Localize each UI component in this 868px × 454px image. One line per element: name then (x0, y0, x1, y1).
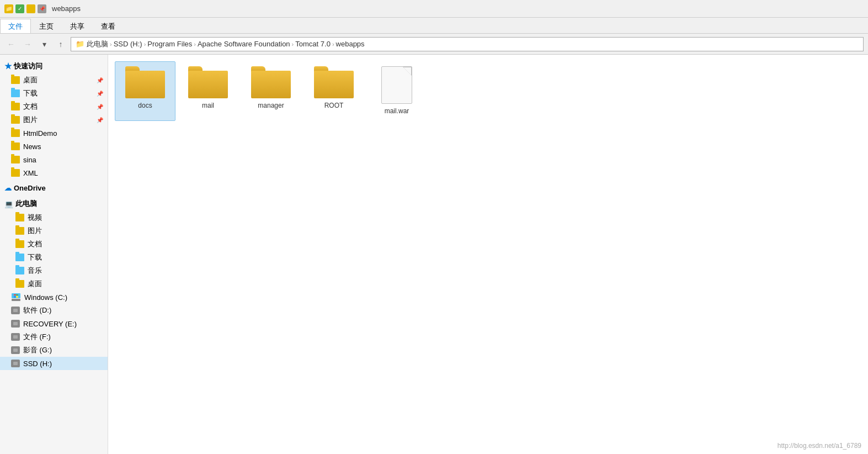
file-item-root[interactable]: ROOT (303, 61, 364, 121)
sidebar-item-label: 影音 (G:) (23, 345, 52, 355)
tab-view[interactable]: 查看 (93, 19, 124, 33)
file-label: mail (202, 102, 214, 110)
sidebar-item-drive-h[interactable]: SSD (H:) (0, 357, 108, 370)
folder-icon (11, 169, 20, 177)
sidebar-item-label: sina (23, 156, 36, 164)
onedrive-label: OneDrive (14, 184, 46, 192)
folder-icon-large (314, 66, 354, 98)
sidebar-item-pictures2[interactable]: 图片 (0, 224, 108, 237)
sidebar-item-label: 图片 (28, 226, 42, 236)
sidebar-item-label: 下载 (28, 252, 42, 262)
content-area: docs mail manager ROOT (108, 55, 868, 454)
nav-dropdown-button[interactable]: ▾ (38, 38, 51, 51)
sidebar-item-news[interactable]: News (0, 140, 108, 153)
folder-icon (11, 116, 20, 124)
address-path[interactable]: 📁 此电脑 › SSD (H:) › Program Files › Apach… (71, 37, 864, 51)
sidebar-item-drive-e[interactable]: RECOVERY (E:) (0, 317, 108, 330)
sidebar-item-drive-f[interactable]: 文件 (F:) (0, 330, 108, 344)
sidebar-item-documents[interactable]: 文档 📌 (0, 100, 108, 113)
tab-file[interactable]: 文件 (0, 19, 31, 33)
sidebar-item-drive-d[interactable]: 软件 (D:) (0, 304, 108, 317)
folder-icon (15, 280, 24, 288)
sidebar-item-label: 下载 (23, 88, 38, 98)
file-item-mail-war[interactable]: mail.war (366, 61, 427, 121)
file-label: manager (258, 102, 284, 110)
onedrive-header[interactable]: ☁ OneDrive (0, 182, 108, 194)
sidebar-item-windows-c[interactable]: Windows (C:) (0, 291, 108, 304)
path-folder-icon: 📁 (76, 40, 84, 48)
sidebar-item-label: 文档 (28, 239, 42, 249)
tab-share[interactable]: 共享 (62, 19, 93, 33)
sidebar-item-label: Windows (C:) (24, 293, 67, 302)
nav-up-button[interactable]: ↑ (54, 38, 67, 51)
folder-icon (11, 89, 20, 97)
folder-color-icon (26, 4, 35, 13)
folder-icon (15, 254, 24, 261)
file-label: docs (138, 102, 152, 110)
path-segment-1[interactable]: SSD (H:) (114, 40, 142, 48)
title-bar-icons: 📁 ✓ 📌 (4, 4, 46, 13)
sidebar-item-label: 桌面 (23, 75, 38, 85)
sidebar-item-label: News (23, 142, 41, 151)
ribbon-tabs: 文件 主页 共享 查看 (0, 18, 868, 33)
sidebar-item-label: SSD (H:) (23, 360, 52, 368)
folder-icon (15, 240, 24, 248)
onedrive-cloud-icon: ☁ (4, 184, 12, 192)
sidebar-item-xml[interactable]: XML (0, 166, 108, 180)
sidebar-item-download[interactable]: 下载 📌 (0, 87, 108, 100)
sidebar-item-label: 文件 (F:) (23, 332, 51, 342)
file-item-mail[interactable]: mail (178, 61, 238, 121)
sidebar-item-drive-g[interactable]: 影音 (G:) (0, 344, 108, 357)
this-pc-header[interactable]: 💻 此电脑 (0, 197, 108, 211)
pin-icon: 📌 (38, 4, 46, 13)
window-icon: 📁 (4, 4, 13, 13)
path-segment-3[interactable]: Apache Software Foundation (198, 40, 290, 48)
drive-icon (11, 333, 20, 341)
title-bar: 📁 ✓ 📌 webapps (0, 0, 868, 18)
file-icon-large (381, 66, 412, 104)
file-label: mail.war (385, 107, 409, 116)
folder-icon (11, 129, 20, 137)
folder-icon (11, 156, 20, 163)
sidebar-item-label: RECOVERY (E:) (23, 320, 77, 328)
sidebar-item-desktop2[interactable]: 桌面 (0, 277, 108, 291)
quick-access-label: 快速访问 (14, 61, 42, 71)
sidebar-item-label: 桌面 (28, 279, 42, 289)
address-bar: ← → ▾ ↑ 📁 此电脑 › SSD (H:) › Program Files… (0, 34, 868, 55)
file-item-docs[interactable]: docs (115, 61, 175, 121)
folder-icon (11, 142, 20, 150)
file-item-manager[interactable]: manager (241, 61, 301, 121)
sidebar-item-download2[interactable]: 下载 (0, 251, 108, 264)
ribbon: 文件 主页 共享 查看 (0, 18, 868, 34)
nav-forward-button[interactable]: → (21, 38, 34, 51)
folder-icon (11, 103, 20, 110)
path-segment-0[interactable]: 此电脑 (87, 39, 108, 49)
sidebar-item-pictures[interactable]: 图片 📌 (0, 113, 108, 126)
sidebar-item-sina[interactable]: sina (0, 153, 108, 166)
folder-icon-large (188, 66, 228, 98)
sidebar-item-music[interactable]: 音乐 (0, 264, 108, 277)
drive-icon (11, 307, 20, 314)
sidebar-item-documents2[interactable]: 文档 (0, 237, 108, 251)
main-layout: ★ 快速访问 桌面 📌 下载 📌 文档 📌 图片 📌 HtmlDemo (0, 55, 868, 454)
folder-icon (15, 214, 24, 221)
nav-back-button[interactable]: ← (4, 38, 18, 51)
sidebar-item-htmldemo[interactable]: HtmlDemo (0, 126, 108, 140)
drive-icon (11, 293, 21, 301)
sidebar-item-label: 图片 (23, 115, 38, 125)
sidebar-item-desktop[interactable]: 桌面 📌 (0, 73, 108, 87)
sidebar-item-label: 视频 (28, 213, 42, 223)
path-segment-2[interactable]: Program Files (147, 40, 192, 48)
sidebar-item-video[interactable]: 视频 (0, 211, 108, 224)
watermark: http://blog.esdn.net/a1_6789 (778, 442, 861, 450)
path-segment-5[interactable]: webapps (336, 40, 365, 48)
folder-icon-large (125, 66, 165, 98)
check-icon[interactable]: ✓ (15, 4, 24, 13)
path-segment-4[interactable]: Tomcat 7.0 (295, 40, 331, 48)
drive-icon (11, 360, 20, 367)
tab-home[interactable]: 主页 (31, 19, 62, 33)
window-title: webapps (52, 4, 81, 13)
quick-access-header[interactable]: ★ 快速访问 (0, 59, 108, 73)
folder-icon (11, 76, 20, 84)
this-pc-icon: 💻 (4, 200, 13, 208)
